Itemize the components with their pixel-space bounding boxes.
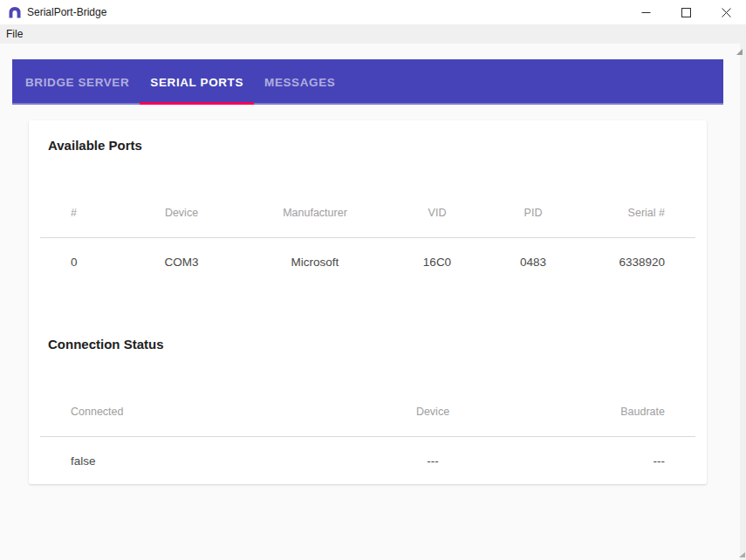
tab-serial-ports[interactable]: SERIAL PORTS xyxy=(140,59,254,105)
close-button[interactable] xyxy=(706,0,746,24)
table-row: false------ xyxy=(40,436,695,485)
resize-grip-icon[interactable] xyxy=(739,552,745,557)
maximize-button[interactable] xyxy=(666,0,706,24)
connection-status-title: Connection Status xyxy=(29,319,707,352)
cell: --- xyxy=(302,436,564,485)
menu-item-file[interactable]: File xyxy=(0,24,29,44)
available-ports-table: #DeviceManufacturerVIDPIDSerial # 0COM3M… xyxy=(40,188,695,286)
table-header-row: #DeviceManufacturerVIDPIDSerial # xyxy=(40,188,695,237)
available-ports-section: #DeviceManufacturerVIDPIDSerial # 0COM3M… xyxy=(40,188,695,286)
bridge-arch-icon xyxy=(8,6,22,18)
tab-messages[interactable]: MESSAGES xyxy=(254,59,346,105)
cell: COM3 xyxy=(106,237,257,286)
scrollbar-track[interactable] xyxy=(740,44,746,560)
column-header-baudrate: Baudrate xyxy=(564,387,695,436)
column-header-manufacturer: Manufacturer xyxy=(257,188,373,237)
close-icon xyxy=(722,8,731,17)
content-card: Available Ports #DeviceManufacturerVIDPI… xyxy=(29,120,707,484)
column-header-connected: Connected xyxy=(40,387,302,436)
connection-status-table: ConnectedDeviceBaudrate false------ xyxy=(40,387,695,485)
cell: false xyxy=(40,436,302,485)
column-header-pid: PID xyxy=(501,188,565,237)
cell: 16C0 xyxy=(373,237,501,286)
tab-bar: BRIDGE SERVERSERIAL PORTSMESSAGES xyxy=(12,59,723,105)
column-header-vid: VID xyxy=(373,188,501,237)
table-header-row: ConnectedDeviceBaudrate xyxy=(40,387,695,436)
cell: 6338920 xyxy=(565,237,695,286)
app-window: SerialPort-Bridge File BRIDGE SERVERSERI… xyxy=(0,0,746,560)
connection-status-section: ConnectedDeviceBaudrate false------ xyxy=(40,387,695,485)
cell: --- xyxy=(564,436,695,485)
scroll-grip-icon xyxy=(736,49,743,55)
column-header-device: Device xyxy=(302,387,564,436)
menubar: File xyxy=(0,24,746,44)
maximize-icon xyxy=(681,8,691,17)
cell: Microsoft xyxy=(257,237,373,286)
minimize-button[interactable] xyxy=(626,0,666,24)
cell: 0483 xyxy=(501,237,565,286)
main-content: BRIDGE SERVERSERIAL PORTSMESSAGES Availa… xyxy=(0,44,746,560)
available-ports-title: Available Ports xyxy=(29,120,707,154)
cell: 0 xyxy=(40,237,106,286)
column-header-device: Device xyxy=(106,188,257,237)
window-title: SerialPort-Bridge xyxy=(27,6,106,18)
window-titlebar: SerialPort-Bridge xyxy=(0,0,746,24)
minimize-icon xyxy=(641,8,651,17)
column-header-col-0: # xyxy=(40,188,106,237)
tab-bridge-server[interactable]: BRIDGE SERVER xyxy=(15,59,140,105)
table-row[interactable]: 0COM3Microsoft16C004836338920 xyxy=(40,237,695,286)
column-header-serial: Serial # xyxy=(565,188,695,237)
